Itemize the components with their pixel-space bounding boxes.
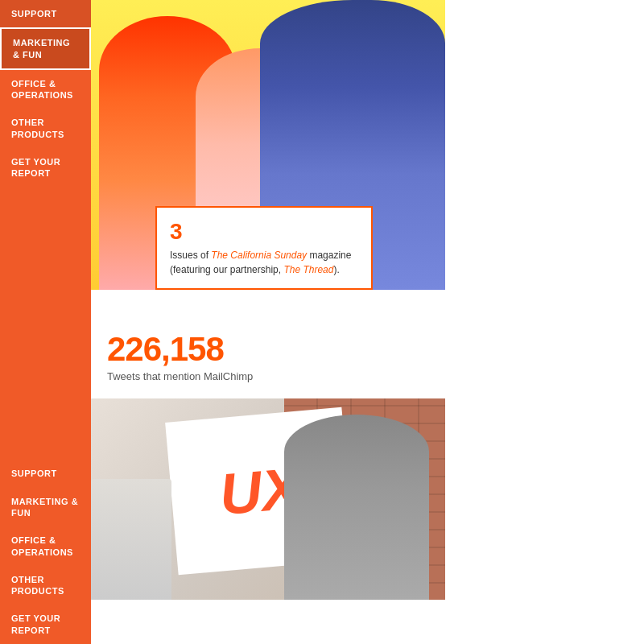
sidebar-item-marketing-b[interactable]: MARKETING & FUN bbox=[0, 488, 91, 527]
info-card-text: Issues of The California Sunday magazine… bbox=[170, 248, 358, 277]
sidebar-bottom-nav: SUPPORT MARKETING & FUN OFFICE & OPERATI… bbox=[0, 460, 91, 644]
sidebar-item-support[interactable]: SUPPORT bbox=[0, 0, 91, 27]
info-text-before: Issues of bbox=[170, 250, 211, 261]
sidebar: SUPPORT MARKETING & FUN OFFICE & OPERATI… bbox=[0, 0, 91, 644]
the-thread-link[interactable]: The Thread bbox=[283, 264, 333, 275]
sidebar-item-support-b[interactable]: SUPPORT bbox=[0, 460, 91, 487]
main-content: 3 Issues of The California Sunday magazi… bbox=[91, 0, 644, 644]
sidebar-top-nav: SUPPORT MARKETING & FUN OFFICE & OPERATI… bbox=[0, 0, 91, 188]
sidebar-item-marketing[interactable]: MARKETING & FUN bbox=[0, 27, 91, 70]
stat-label: Tweets that mention MailChimp bbox=[107, 370, 628, 382]
chair bbox=[91, 479, 171, 600]
sidebar-item-office[interactable]: OFFICE & OPERATIONS bbox=[0, 70, 91, 109]
stats-section: 226,158 Tweets that mention MailChimp bbox=[91, 306, 644, 398]
hero-section: 3 Issues of The California Sunday magazi… bbox=[91, 0, 644, 306]
sidebar-item-report-b[interactable]: GET YOUR REPORT bbox=[0, 605, 91, 644]
ux-section: UX bbox=[91, 398, 644, 600]
sidebar-item-office-b[interactable]: OFFICE & OPERATIONS bbox=[0, 526, 91, 566]
info-text-after: ). bbox=[333, 264, 339, 275]
california-sunday-link[interactable]: The California Sunday bbox=[211, 250, 307, 261]
info-card: 3 Issues of The California Sunday magazi… bbox=[155, 206, 373, 290]
sidebar-item-other-b[interactable]: OTHER PRODUCTS bbox=[0, 566, 91, 605]
sidebar-item-other-products[interactable]: OTHER PRODUCTS bbox=[0, 109, 91, 148]
stat-number: 226,158 bbox=[107, 330, 628, 369]
ux-photo: UX bbox=[91, 398, 445, 600]
sidebar-item-get-report[interactable]: GET YOUR REPORT bbox=[0, 148, 91, 188]
info-card-number: 3 bbox=[170, 219, 358, 245]
ux-person bbox=[284, 415, 429, 600]
